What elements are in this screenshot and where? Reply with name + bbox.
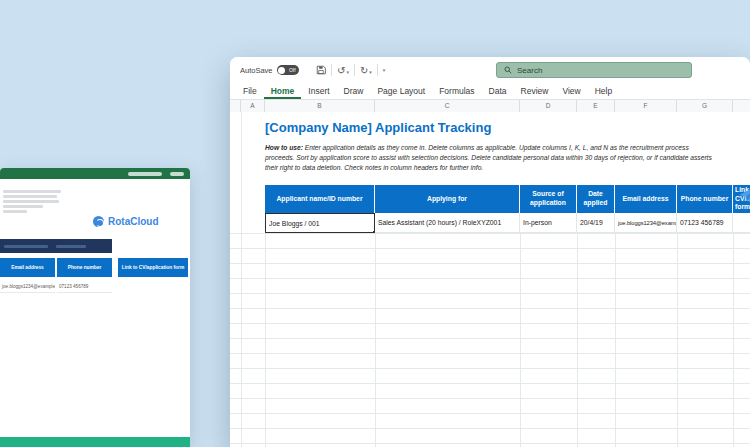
gridline [265,233,266,447]
tab-review[interactable]: Review [514,83,556,99]
column-header-b[interactable]: B [265,100,375,112]
decorative-paper-plane-icon [737,184,750,206]
quick-access-toolbar: ↺▾ ↻▾ ▾ [316,57,385,83]
column-header-e[interactable]: E [577,100,615,112]
autosave-label: AutoSave [240,66,273,75]
header-email[interactable]: Email address [615,185,677,213]
redo-button[interactable]: ↻▾ [360,65,372,76]
undo-icon: ↺ [337,65,345,76]
chevron-down-icon: ▾ [346,69,349,76]
search-icon [504,66,512,74]
column-header-g[interactable]: G [677,100,733,112]
toolbar-separator [354,64,355,76]
ribbon-tab-bar: File Home Insert Draw Page Layout Formul… [230,83,750,100]
toolbar-separator [331,64,332,76]
chevron-down-icon: ▾ [383,67,386,74]
search-box[interactable]: Search [496,62,692,78]
back-cell-email[interactable]: joe.bloggs1234@example.com [0,281,55,293]
tab-page-layout[interactable]: Page Layout [370,83,432,99]
fill-handle[interactable] [373,231,375,233]
column-header-a[interactable]: A [241,100,265,112]
gridline [615,233,616,447]
desktop-background: RotaCloud Email address Phone number Lin… [0,0,750,447]
chevron-down-icon: ▾ [369,69,372,76]
sheet-title: [Company Name] Applicant Tracking [265,120,491,135]
toolbar-separator [377,64,378,76]
back-window-titlebar [0,168,190,179]
cell-applying-for[interactable]: Sales Assistant (20 hours) / RoleXYZ001 [375,213,520,233]
back-window-dark-banner [0,239,112,253]
tab-file[interactable]: File [236,83,264,99]
rotacloud-logo-text: RotaCloud [108,216,159,227]
cell-email[interactable]: joe.bloggs1234@example.com [615,213,677,233]
back-header-phone[interactable]: Phone number [57,258,112,277]
sheet-instructions: How to use: Enter application details as… [265,143,717,173]
empty-grid-area[interactable] [230,233,750,447]
search-placeholder: Search [517,66,542,75]
back-window-footer-strip [0,437,190,447]
column-header-h[interactable] [733,100,750,112]
table-row: Joe Bloggs / 001 Sales Assistant (20 hou… [230,213,750,233]
cell-cv-link[interactable] [733,213,750,233]
header-date-applied[interactable]: Date applied [577,185,615,213]
tab-help[interactable]: Help [588,83,619,99]
cell-applicant-name[interactable]: Joe Bloggs / 001 [265,213,375,233]
redo-icon: ↻ [360,65,368,76]
column-header-f[interactable]: F [615,100,677,112]
back-cell-phone[interactable]: 07123 456789 [57,281,112,293]
back-header-cv-link[interactable]: Link to CV/application form [118,258,188,277]
cell-source[interactable]: In-person [520,213,577,233]
autosave-switch[interactable]: Off [277,65,299,75]
cell-date-applied[interactable]: 20/4/19 [577,213,615,233]
tab-draw[interactable]: Draw [337,83,371,99]
header-source[interactable]: Source of application [520,185,577,213]
select-all-corner[interactable] [230,100,241,112]
titlebar-text-placeholder [128,172,162,176]
worksheet[interactable]: [Company Name] Applicant Tracking How to… [230,112,750,447]
rotacloud-logo-icon [93,216,104,227]
tab-home[interactable]: Home [264,83,302,99]
save-icon [316,65,326,75]
header-applicant-name[interactable]: Applicant name/ID number [265,185,375,213]
rotacloud-logo: RotaCloud [93,216,159,227]
autosave-toggle[interactable]: AutoSave Off [240,57,299,83]
gridline [577,233,578,447]
cell-phone[interactable]: 07123 456789 [677,213,733,233]
save-button[interactable] [316,65,326,75]
background-spreadsheet-window[interactable]: RotaCloud Email address Phone number Lin… [0,168,190,447]
gridline [375,233,376,447]
tab-data[interactable]: Data [482,83,514,99]
gridline [520,233,521,447]
excel-window: AutoSave Off ↺▾ ↻▾ [230,57,750,447]
gridline [677,233,678,447]
tab-formulas[interactable]: Formulas [432,83,481,99]
instructions-label: How to use: [265,144,303,151]
autosave-switch-knob [278,67,285,74]
undo-button[interactable]: ↺▾ [337,65,349,76]
autosave-state-label: Off [289,65,296,75]
gridline [241,112,242,447]
excel-titlebar: AutoSave Off ↺▾ ↻▾ [230,57,750,83]
header-phone[interactable]: Phone number [677,185,733,213]
column-header-d[interactable]: D [520,100,577,112]
tab-insert[interactable]: Insert [301,83,336,99]
customize-toolbar-button[interactable]: ▾ [383,67,386,74]
header-applying-for[interactable]: Applying for [375,185,520,213]
column-header-c[interactable]: C [375,100,520,112]
gridline [733,233,734,447]
instructions-text: Enter application details as they come i… [265,144,712,171]
back-header-email[interactable]: Email address [0,258,55,277]
titlebar-text-placeholder [170,172,184,176]
tab-view[interactable]: View [555,83,587,99]
